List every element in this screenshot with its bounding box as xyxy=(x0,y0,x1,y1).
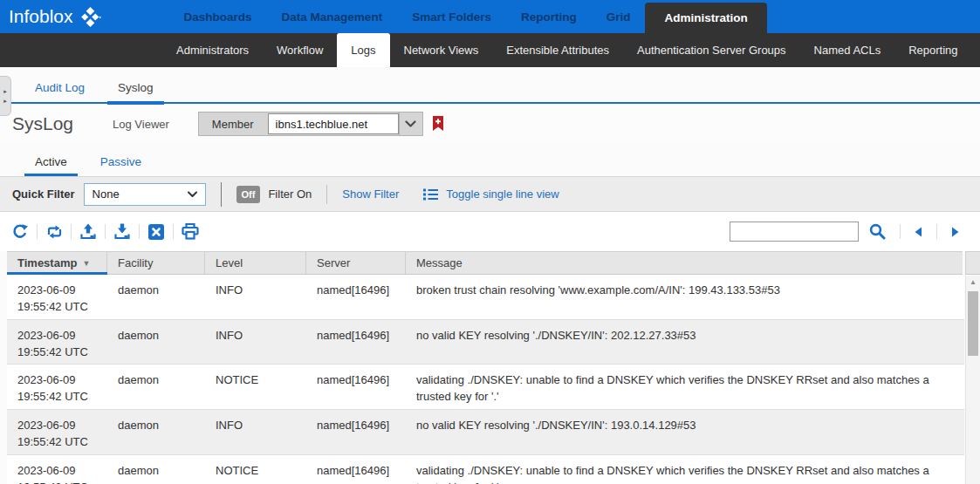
cell-server: named[16496] xyxy=(306,410,406,454)
column-header-facility[interactable]: Facility xyxy=(107,252,205,274)
divider xyxy=(105,224,106,239)
expand-arrow-icon: ▸ xyxy=(3,98,7,104)
clear-log-button[interactable] xyxy=(145,221,168,243)
infoblox-diamond-icon xyxy=(79,6,101,28)
add-bookmark-button[interactable] xyxy=(432,116,444,132)
log-table-body: 2023-06-0919:55:42 UTCdaemonINFOnamed[16… xyxy=(7,275,964,484)
column-header-server[interactable]: Server xyxy=(306,252,406,274)
print-button[interactable] xyxy=(179,221,202,243)
column-header-message[interactable]: Message xyxy=(406,252,963,274)
member-label: Member xyxy=(199,112,267,135)
refresh-button[interactable] xyxy=(9,221,31,243)
quick-filter-select[interactable]: None xyxy=(84,183,206,206)
sub-nav: Administrators Workflow Logs Network Vie… xyxy=(162,33,972,67)
tab-active[interactable]: Active xyxy=(24,155,78,176)
page-next-button[interactable] xyxy=(942,227,968,237)
infoblox-logo: Infoblox xyxy=(9,0,101,33)
cell-timestamp: 2023-06-0919:55:42 UTC xyxy=(7,275,107,319)
cell-message: no valid KEY resolving './DNSKEY/IN': 19… xyxy=(406,410,964,454)
cell-server: named[16496] xyxy=(306,320,406,365)
table-row[interactable]: 2023-06-0919:55:42 UTCdaemonNOTICEnamed[… xyxy=(7,365,964,410)
member-select[interactable]: ibns1.techblue.net xyxy=(268,113,399,134)
table-row[interactable]: 2023-06-0919:55:42 UTCdaemonINFOnamed[16… xyxy=(7,275,964,320)
top-nav-data-management[interactable]: Data Management xyxy=(267,0,398,33)
top-nav-dashboards[interactable]: Dashboards xyxy=(169,0,267,33)
top-nav-administration[interactable]: Administration xyxy=(645,3,766,33)
sub-nav-logs[interactable]: Logs xyxy=(337,33,389,67)
auto-refresh-icon xyxy=(45,225,64,239)
page-title: SysLog xyxy=(12,113,73,134)
refresh-icon xyxy=(11,223,29,241)
table-row[interactable]: 2023-06-0919:55:42 UTCdaemonINFOnamed[16… xyxy=(7,320,964,365)
cell-level: INFO xyxy=(205,275,306,319)
divider xyxy=(900,224,901,239)
divider xyxy=(326,185,327,204)
sub-nav-bar: Administrators Workflow Logs Network Vie… xyxy=(0,33,980,67)
page-previous-button[interactable] xyxy=(906,227,931,237)
cell-timestamp: 2023-06-0919:55:42 UTC xyxy=(7,320,107,365)
search-input[interactable] xyxy=(730,222,859,242)
header-scrollbar-stub xyxy=(965,251,980,275)
divider xyxy=(71,224,72,239)
cell-facility: daemon xyxy=(107,320,205,365)
list-icon xyxy=(423,188,438,201)
cell-message: broken trust chain resolving 'www.exampl… xyxy=(406,275,964,319)
show-filter-link[interactable]: Show Filter xyxy=(342,187,399,201)
cell-level: INFO xyxy=(205,410,306,454)
divider xyxy=(37,224,38,239)
table-row[interactable]: 2023-06-0919:55:42 UTCdaemonINFOnamed[16… xyxy=(7,410,964,455)
toggle-single-line-label: Toggle single line view xyxy=(446,187,559,201)
page-previous-icon xyxy=(915,227,922,237)
download-button[interactable] xyxy=(111,221,134,243)
quick-filter-value: None xyxy=(93,187,120,201)
cell-server: named[16496] xyxy=(306,275,406,319)
sub-nav-extensible-attributes[interactable]: Extensible Attributes xyxy=(492,33,623,67)
cell-server: named[16496] xyxy=(306,455,406,484)
sub-nav-network-views[interactable]: Network Views xyxy=(390,33,493,67)
auto-refresh-button[interactable] xyxy=(43,221,65,243)
sub-nav-administrators[interactable]: Administrators xyxy=(162,33,263,67)
filter-on-toggle[interactable]: Off xyxy=(236,186,261,203)
member-dropdown-button[interactable] xyxy=(399,112,422,135)
top-nav-smart-folders[interactable]: Smart Folders xyxy=(397,0,506,33)
clear-icon xyxy=(148,224,164,240)
tab-audit-log[interactable]: Audit Log xyxy=(24,76,95,102)
sub-nav-workflow[interactable]: Workflow xyxy=(263,33,337,67)
download-icon xyxy=(113,223,131,241)
quick-filter-bar: Quick Filter None Off Filter On Show Fil… xyxy=(0,176,980,212)
upload-icon xyxy=(79,223,97,241)
expand-panel-handle[interactable]: ▸ ▸ xyxy=(0,76,11,116)
cell-message: validating ./DNSKEY: unable to find a DN… xyxy=(406,455,964,484)
cell-facility: daemon xyxy=(107,365,205,409)
toggle-single-line-view[interactable]: Toggle single line view xyxy=(423,187,559,201)
column-header-level[interactable]: Level xyxy=(205,252,306,274)
top-nav: Dashboards Data Management Smart Folders… xyxy=(169,0,767,33)
scroll-up-icon[interactable]: ▲ xyxy=(966,276,980,289)
sub-nav-auth-server-groups[interactable]: Authentication Server Groups xyxy=(623,33,800,67)
tab-passive[interactable]: Passive xyxy=(90,155,152,176)
bookmark-add-icon xyxy=(432,116,444,132)
vertical-scrollbar[interactable]: ▲ xyxy=(965,276,980,484)
table-row[interactable]: 2023-06-0919:55:42 UTCdaemonNOTICEnamed[… xyxy=(7,455,964,484)
tab-syslog[interactable]: Syslog xyxy=(107,76,164,105)
top-nav-reporting[interactable]: Reporting xyxy=(506,0,592,33)
cell-level: NOTICE xyxy=(205,455,306,484)
upload-button[interactable] xyxy=(77,221,99,243)
top-nav-grid[interactable]: Grid xyxy=(592,0,646,33)
search-button[interactable] xyxy=(869,223,886,240)
cell-message: validating ./DNSKEY: unable to find a DN… xyxy=(406,365,964,409)
syslog-header: SysLog Log Viewer Member ibns1.techblue.… xyxy=(0,104,980,144)
scrollbar-thumb[interactable] xyxy=(968,291,978,356)
sub-nav-named-acls[interactable]: Named ACLs xyxy=(800,33,895,67)
log-viewer-label: Log Viewer xyxy=(113,118,169,131)
cell-facility: daemon xyxy=(107,410,205,454)
search-icon xyxy=(869,223,886,240)
filter-on-label: Filter On xyxy=(268,187,312,201)
sub-nav-reporting[interactable]: Reporting xyxy=(894,33,971,67)
divider xyxy=(173,224,174,239)
column-header-timestamp[interactable]: Timestamp ▼ xyxy=(7,252,107,274)
sorted-column-indicator xyxy=(7,272,107,275)
divider xyxy=(936,224,937,239)
log-toolbar xyxy=(0,212,980,251)
cell-facility: daemon xyxy=(107,275,205,319)
